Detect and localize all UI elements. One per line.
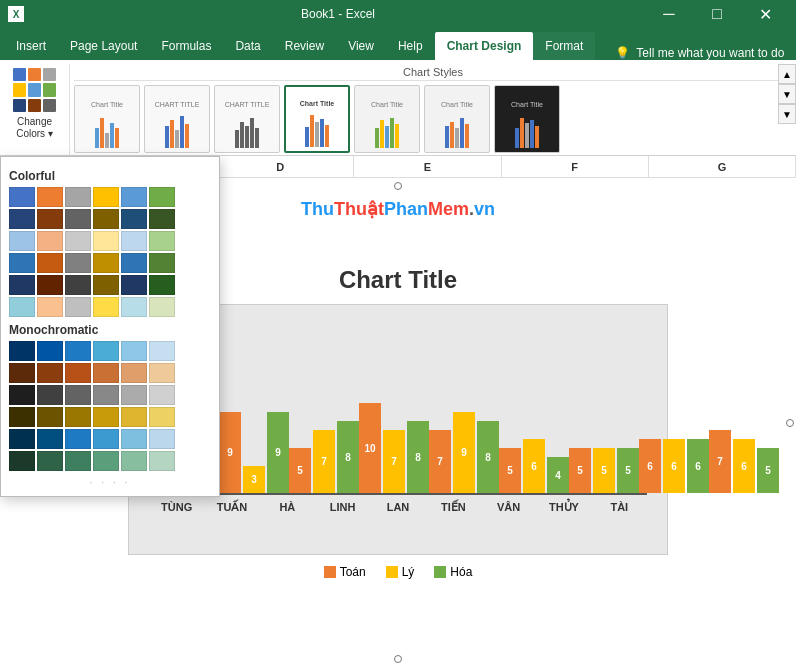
swatch-5[interactable] bbox=[121, 187, 147, 207]
mono-swatch-3[interactable] bbox=[65, 341, 91, 361]
mono-swatch-2[interactable] bbox=[37, 341, 63, 361]
mono-swatch-26[interactable] bbox=[37, 429, 63, 449]
mono-swatch-19[interactable] bbox=[9, 407, 35, 427]
swatch-27[interactable] bbox=[65, 275, 91, 295]
swatch-3[interactable] bbox=[65, 187, 91, 207]
swatch-36[interactable] bbox=[149, 297, 175, 317]
col-header-d[interactable]: D bbox=[207, 156, 354, 177]
mono-swatch-14[interactable] bbox=[37, 385, 63, 405]
mono-swatch-4[interactable] bbox=[93, 341, 119, 361]
handle-bottom[interactable] bbox=[394, 655, 402, 663]
mono-swatch-13[interactable] bbox=[9, 385, 35, 405]
mono-swatch-20[interactable] bbox=[37, 407, 63, 427]
mono-swatch-31[interactable] bbox=[9, 451, 35, 471]
mono-swatch-30[interactable] bbox=[149, 429, 175, 449]
mono-swatch-22[interactable] bbox=[93, 407, 119, 427]
swatch-22[interactable] bbox=[93, 253, 119, 273]
tab-page-layout[interactable]: Page Layout bbox=[58, 32, 149, 60]
swatch-20[interactable] bbox=[37, 253, 63, 273]
mono-swatch-1[interactable] bbox=[9, 341, 35, 361]
mono-swatch-28[interactable] bbox=[93, 429, 119, 449]
swatch-30[interactable] bbox=[149, 275, 175, 295]
swatch-31[interactable] bbox=[9, 297, 35, 317]
mono-swatch-17[interactable] bbox=[121, 385, 147, 405]
chart-style-4[interactable]: Chart Title bbox=[284, 85, 350, 153]
scroll-more-button[interactable]: ▼ bbox=[778, 104, 796, 124]
mono-swatch-27[interactable] bbox=[65, 429, 91, 449]
chart-style-3[interactable]: CHART TITLE bbox=[214, 85, 280, 153]
col-header-g[interactable]: G bbox=[649, 156, 796, 177]
minimize-button[interactable]: ─ bbox=[646, 0, 692, 28]
swatch-14[interactable] bbox=[37, 231, 63, 251]
maximize-button[interactable]: □ bbox=[694, 0, 740, 28]
swatch-11[interactable] bbox=[121, 209, 147, 229]
scroll-up-button[interactable]: ▲ bbox=[778, 64, 796, 84]
swatch-19[interactable] bbox=[9, 253, 35, 273]
mono-swatch-21[interactable] bbox=[65, 407, 91, 427]
handle-right[interactable] bbox=[786, 419, 794, 427]
swatch-7[interactable] bbox=[9, 209, 35, 229]
mono-swatch-15[interactable] bbox=[65, 385, 91, 405]
swatch-33[interactable] bbox=[65, 297, 91, 317]
chart-style-6[interactable]: Chart Title bbox=[424, 85, 490, 153]
tab-data[interactable]: Data bbox=[223, 32, 272, 60]
swatch-32[interactable] bbox=[37, 297, 63, 317]
mono-swatch-36[interactable] bbox=[149, 451, 175, 471]
swatch-25[interactable] bbox=[9, 275, 35, 295]
swatch-12[interactable] bbox=[149, 209, 175, 229]
swatch-13[interactable] bbox=[9, 231, 35, 251]
swatch-15[interactable] bbox=[65, 231, 91, 251]
mono-swatch-25[interactable] bbox=[9, 429, 35, 449]
col-header-f[interactable]: F bbox=[502, 156, 649, 177]
tab-insert[interactable]: Insert bbox=[4, 32, 58, 60]
swatch-35[interactable] bbox=[121, 297, 147, 317]
tab-format[interactable]: Format bbox=[533, 32, 595, 60]
swatch-1[interactable] bbox=[9, 187, 35, 207]
tab-chart-design[interactable]: Chart Design bbox=[435, 32, 534, 60]
col-header-e[interactable]: E bbox=[354, 156, 501, 177]
mono-swatch-5[interactable] bbox=[121, 341, 147, 361]
swatch-6[interactable] bbox=[149, 187, 175, 207]
swatch-18[interactable] bbox=[149, 231, 175, 251]
mono-swatch-33[interactable] bbox=[65, 451, 91, 471]
tell-me-input[interactable]: Tell me what you want to do bbox=[636, 46, 784, 60]
mono-swatch-6[interactable] bbox=[149, 341, 175, 361]
swatch-4[interactable] bbox=[93, 187, 119, 207]
mono-swatch-35[interactable] bbox=[121, 451, 147, 471]
swatch-8[interactable] bbox=[37, 209, 63, 229]
mono-swatch-12[interactable] bbox=[149, 363, 175, 383]
swatch-34[interactable] bbox=[93, 297, 119, 317]
chart-style-2[interactable]: CHART TITLE bbox=[144, 85, 210, 153]
mono-swatch-34[interactable] bbox=[93, 451, 119, 471]
swatch-16[interactable] bbox=[93, 231, 119, 251]
chart-style-5[interactable]: Chart Title bbox=[354, 85, 420, 153]
swatch-24[interactable] bbox=[149, 253, 175, 273]
tab-review[interactable]: Review bbox=[273, 32, 336, 60]
chart-style-1[interactable]: Chart Title bbox=[74, 85, 140, 153]
swatch-28[interactable] bbox=[93, 275, 119, 295]
mono-swatch-11[interactable] bbox=[121, 363, 147, 383]
swatch-2[interactable] bbox=[37, 187, 63, 207]
swatch-29[interactable] bbox=[121, 275, 147, 295]
mono-swatch-24[interactable] bbox=[149, 407, 175, 427]
tab-formulas[interactable]: Formulas bbox=[149, 32, 223, 60]
mono-swatch-10[interactable] bbox=[93, 363, 119, 383]
change-colors-button[interactable]: ChangeColors ▾ bbox=[0, 64, 70, 155]
close-button[interactable]: ✕ bbox=[742, 0, 788, 28]
swatch-17[interactable] bbox=[121, 231, 147, 251]
mono-swatch-9[interactable] bbox=[65, 363, 91, 383]
handle-top[interactable] bbox=[394, 182, 402, 190]
tab-help[interactable]: Help bbox=[386, 32, 435, 60]
mono-swatch-23[interactable] bbox=[121, 407, 147, 427]
swatch-26[interactable] bbox=[37, 275, 63, 295]
tab-view[interactable]: View bbox=[336, 32, 386, 60]
swatch-23[interactable] bbox=[121, 253, 147, 273]
mono-swatch-7[interactable] bbox=[9, 363, 35, 383]
scroll-down-button[interactable]: ▼ bbox=[778, 84, 796, 104]
swatch-21[interactable] bbox=[65, 253, 91, 273]
mono-swatch-29[interactable] bbox=[121, 429, 147, 449]
mono-swatch-16[interactable] bbox=[93, 385, 119, 405]
chart-style-7[interactable]: Chart Title bbox=[494, 85, 560, 153]
swatch-9[interactable] bbox=[65, 209, 91, 229]
swatch-10[interactable] bbox=[93, 209, 119, 229]
